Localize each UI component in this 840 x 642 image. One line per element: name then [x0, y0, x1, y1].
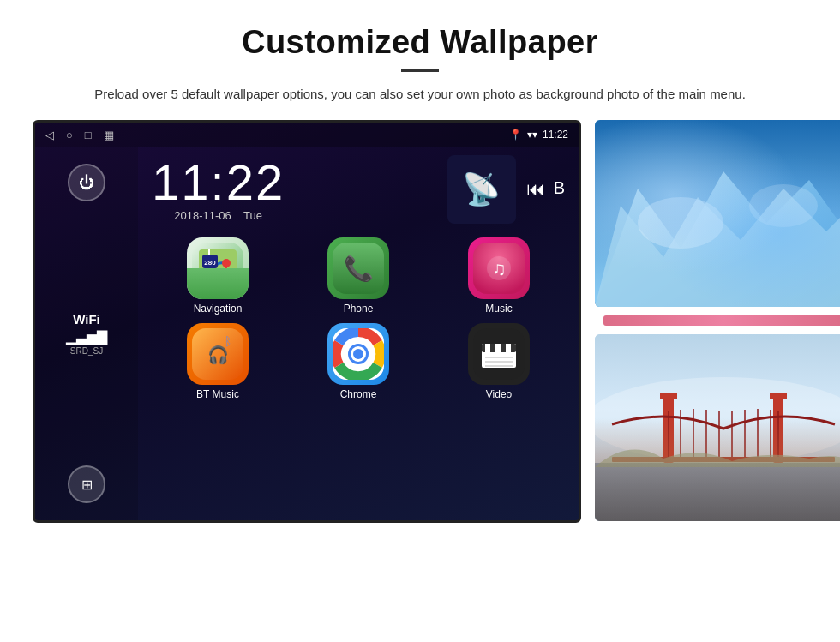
home-icon[interactable]: ○: [66, 129, 73, 141]
music-app-svg: ♫: [473, 243, 525, 294]
media-area: 📡 ⏮ B: [447, 155, 565, 224]
svg-rect-38: [660, 393, 677, 399]
clock-date: 2018-11-06 Tue: [152, 209, 285, 222]
chrome-label: Chrome: [340, 388, 377, 400]
wifi-label: WiFi: [66, 312, 107, 327]
video-icon: [468, 323, 530, 385]
svg-text:ᛒ: ᛒ: [225, 334, 231, 348]
page-title: Customized Wallpaper: [51, 24, 789, 61]
bt-app-svg: 🎧 ᛒ: [192, 328, 243, 380]
clock-area: 11:22 2018-11-06 Tue 📡: [138, 147, 579, 229]
status-bar: ◁ ○ □ ▦ 📍 ▾▾ 11:22: [35, 123, 579, 147]
svg-marker-31: [595, 189, 840, 307]
svg-rect-36: [595, 463, 840, 521]
svg-text:280: 280: [204, 259, 216, 267]
svg-point-35: [595, 377, 840, 463]
screen-main: 11:22 2018-11-06 Tue 📡: [138, 147, 579, 520]
wallpaper-ice[interactable]: [595, 120, 840, 307]
video-app-svg: [473, 328, 525, 380]
app-grid: 280 Navigation: [138, 229, 579, 409]
bt-music-icon: 🎧 ᛒ: [187, 323, 249, 385]
video-label: Video: [486, 388, 512, 400]
clock-date-value: 2018-11-06: [174, 209, 231, 222]
wifi-bars: ▁▃▅▇: [66, 328, 107, 345]
clock-display: 11:22 2018-11-06 Tue: [152, 158, 285, 222]
phone-icon: 📞: [327, 237, 389, 299]
power-icon: ⏻: [79, 174, 94, 192]
music-label: Music: [485, 303, 512, 315]
ice-wallpaper-svg: [595, 120, 840, 307]
svg-rect-25: [506, 344, 511, 352]
media-icon: 📡: [447, 155, 516, 224]
navigation-label: Navigation: [194, 303, 243, 315]
svg-point-19: [353, 349, 363, 359]
app-bt-music[interactable]: 🎧 ᛒ BT Music: [152, 323, 284, 400]
svg-rect-37: [663, 394, 674, 463]
bt-music-label: BT Music: [196, 388, 239, 400]
svg-rect-24: [495, 344, 501, 352]
phone-label: Phone: [344, 303, 374, 315]
app-phone[interactable]: 📞 Phone: [292, 237, 424, 315]
music-icon: ♫: [468, 237, 530, 299]
nav-icons: ◁ ○ □ ▦: [45, 129, 114, 141]
svg-rect-29: [595, 120, 840, 307]
clock-time: 11:22: [152, 158, 285, 207]
svg-rect-39: [773, 394, 783, 463]
status-time: 11:22: [543, 129, 568, 141]
chrome-icon: [327, 323, 389, 385]
svg-rect-40: [770, 393, 787, 399]
status-icons: 📍 ▾▾ 11:22: [509, 129, 568, 141]
media-controls: ⏮ B: [526, 178, 565, 201]
app-navigation[interactable]: 280 Navigation: [152, 237, 284, 315]
svg-point-33: [749, 184, 818, 227]
page-container: Customized Wallpaper Preload over 5 defa…: [0, 0, 840, 523]
app-video[interactable]: Video: [433, 323, 565, 400]
wifi-ssid: SRD_SJ: [66, 346, 107, 356]
screen-body: ⏻ WiFi ▁▃▅▇ SRD_SJ ⊞: [35, 147, 579, 520]
track-label: B: [554, 178, 565, 201]
bridge-wallpaper-svg: [595, 334, 840, 521]
nav-app-svg: 280: [192, 243, 243, 294]
apps-grid-icon: ⊞: [81, 477, 93, 493]
svg-rect-23: [485, 344, 490, 352]
wallpaper-stack: [595, 120, 840, 521]
wifi-info: WiFi ▁▃▅▇ SRD_SJ: [66, 312, 107, 356]
navigation-icon: 280: [187, 237, 249, 299]
apps-button[interactable]: ⊞: [68, 465, 105, 503]
svg-text:♫: ♫: [492, 258, 507, 279]
phone-app-svg: 📞: [333, 243, 384, 294]
location-icon: 📍: [509, 129, 522, 141]
svg-rect-51: [612, 457, 835, 462]
header-section: Customized Wallpaper Preload over 5 defa…: [0, 0, 840, 120]
svg-rect-34: [595, 334, 840, 521]
svg-marker-30: [595, 171, 840, 307]
header-description: Preload over 5 default wallpaper options…: [51, 84, 789, 105]
android-screen: ◁ ○ □ ▦ 📍 ▾▾ 11:22 ⏻: [33, 120, 581, 523]
divider: [401, 69, 439, 72]
svg-text:📞: 📞: [344, 255, 374, 283]
power-button[interactable]: ⏻: [68, 164, 105, 201]
back-icon[interactable]: ◁: [45, 129, 54, 141]
app-music[interactable]: ♫ Music: [433, 237, 565, 315]
sidebar: ⏻ WiFi ▁▃▅▇ SRD_SJ ⊞: [35, 147, 138, 520]
wifi-media-icon: 📡: [462, 171, 501, 207]
recent-icon[interactable]: □: [85, 129, 92, 141]
wifi-icon: ▾▾: [527, 129, 537, 141]
wallpaper-peek: [603, 315, 840, 326]
main-content: ◁ ○ □ ▦ 📍 ▾▾ 11:22 ⏻: [0, 120, 840, 523]
chrome-app-svg: [333, 328, 384, 380]
clock-day: Tue: [243, 209, 262, 222]
app-chrome[interactable]: Chrome: [292, 323, 424, 400]
svg-point-32: [638, 197, 723, 249]
wallpaper-bridge[interactable]: [595, 334, 840, 521]
prev-track-icon[interactable]: ⏮: [526, 178, 545, 201]
screenshot-icon[interactable]: ▦: [104, 129, 114, 141]
